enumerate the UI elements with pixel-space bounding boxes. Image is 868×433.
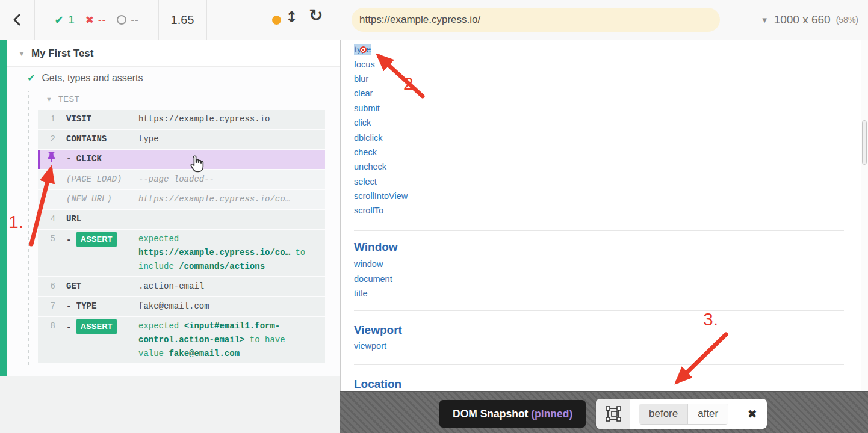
aut-link-scrollTo[interactable]: scrollTo (354, 206, 383, 215)
before-button[interactable]: before (639, 404, 688, 424)
list-item: select (354, 174, 408, 189)
snapshot-title: DOM Snapshot (453, 408, 528, 420)
browser-toolbar: ✔ 1 ✖ -- -- 1.65 ↕ ↻ https://example.cyp… (0, 0, 868, 40)
pending-count: -- (131, 14, 138, 26)
command-number: 8 (40, 319, 55, 333)
command-method: URL (66, 212, 128, 226)
pending-circle-icon (117, 15, 126, 25)
command-number: 2 (40, 132, 55, 146)
command-row[interactable]: 4URL (38, 210, 325, 229)
viewport-selector[interactable]: ▼ 1000 x 660 (58%) (761, 0, 858, 40)
snapshot-bar: DOM Snapshot (pinned) before after (340, 391, 868, 433)
selection-box-icon (606, 406, 621, 422)
action-links-list: typefocusblurclearsubmitclickdblclickche… (354, 42, 408, 218)
command-method: - ASSERT (66, 319, 128, 335)
list-item: document (354, 271, 392, 286)
command-number: 4 (40, 212, 55, 226)
command-row[interactable]: (PAGE LOAD)--page loaded-- (38, 170, 325, 189)
viewport-size: 1000 x 660 (774, 13, 831, 26)
test-title: Gets, types and asserts (42, 73, 143, 84)
command-method: CONTAINS (66, 132, 128, 146)
aut-link-uncheck[interactable]: uncheck (354, 162, 386, 171)
highlights-toggle-button[interactable] (596, 399, 630, 429)
snapshot-pinned-label: (pinned) (531, 408, 572, 420)
aut-link-check[interactable]: check (354, 147, 377, 157)
command-method: - CLICK (66, 152, 128, 166)
aut-link-title[interactable]: title (354, 289, 368, 298)
scrollbar-thumb[interactable] (862, 120, 867, 165)
command-message: .action-email (138, 280, 313, 293)
suite-header[interactable]: ▼ My First Test (0, 40, 340, 67)
back-button[interactable] (0, 0, 34, 40)
list-item: submit (354, 101, 408, 115)
command-row[interactable]: 7- TYPEfake@email.com (38, 297, 325, 316)
command-method: - ASSERT (66, 232, 128, 248)
url-bar[interactable]: https://example.cypress.io/ (352, 8, 720, 32)
aut-link-focus[interactable]: focus (354, 60, 375, 69)
location-heading: Location (354, 378, 401, 391)
command-message: fake@email.com (138, 299, 313, 313)
section-label: TEST (58, 94, 79, 103)
command-message: expected <input#email1.form-control.acti… (138, 319, 313, 361)
list-item: type (354, 42, 408, 57)
indent-guide (28, 91, 29, 365)
caret-down-icon: ▼ (18, 49, 25, 58)
viewport-heading: Viewport (354, 324, 402, 337)
list-item: viewport (354, 339, 386, 353)
command-row[interactable]: 8- ASSERTexpected <input#email1.form-con… (38, 317, 325, 363)
viewport-links-list: viewport (354, 339, 386, 353)
command-message: expected https://example.cypress.io/co… … (138, 232, 313, 274)
aut-link-window[interactable]: window (354, 259, 383, 269)
list-item: title (354, 286, 392, 301)
command-row[interactable]: 5- ASSERTexpected https://example.cypres… (38, 230, 325, 276)
command-row[interactable]: 6GET.action-email (38, 277, 325, 296)
command-log: 1VISIThttps://example.cypress.io2CONTAIN… (38, 110, 325, 364)
test-section-toggle[interactable]: ▼ TEST (0, 94, 79, 103)
aut-link-clear[interactable]: clear (354, 88, 373, 98)
command-row[interactable]: 1VISIThttps://example.cypress.io (38, 110, 325, 129)
aut-link-select[interactable]: select (354, 177, 377, 186)
after-button[interactable]: after (688, 404, 728, 424)
passed-count: 1 (68, 13, 75, 26)
viewport-scale: (58%) (836, 15, 858, 25)
snapshot-message: DOM Snapshot (pinned) (439, 400, 586, 428)
close-icon[interactable]: ✖ (737, 399, 767, 429)
aut-link-click[interactable]: click (354, 118, 371, 127)
aut-link-scrollIntoView[interactable]: scrollIntoView (354, 191, 408, 201)
command-message: type (138, 132, 313, 146)
highlighted-link-wrap: type (354, 44, 371, 55)
failed-x-icon: ✖ (85, 14, 94, 26)
chevron-down-icon: ▼ (761, 16, 769, 25)
aut-link-document[interactable]: document (354, 274, 392, 284)
aut-link-viewport[interactable]: viewport (354, 341, 386, 351)
command-row[interactable]: - CLICK (38, 150, 325, 169)
list-item: scrollIntoView (354, 189, 408, 203)
selector-playground-icon[interactable]: ↕ (285, 8, 298, 26)
failed-count: -- (98, 14, 106, 26)
list-item: window (354, 257, 392, 271)
url-text: https://example.cypress.io/ (359, 14, 480, 26)
snapshot-controls: before after ✖ (596, 399, 767, 429)
pinned-cell (40, 152, 55, 167)
list-item: focus (354, 57, 408, 71)
aut-link-blur[interactable]: blur (354, 74, 368, 84)
list-item: dblclick (354, 130, 408, 144)
command-row[interactable]: 2CONTAINStype (38, 130, 325, 149)
command-row[interactable]: (NEW URL)https://example.cypress.io/co… (38, 190, 325, 209)
command-message: --page loaded-- (138, 173, 313, 186)
test-passed-check-icon: ✔ (27, 72, 35, 84)
command-message: https://example.cypress.io/co… (138, 192, 313, 206)
pin-icon (48, 152, 55, 162)
scrollbar-track[interactable] (861, 40, 868, 391)
test-title-row[interactable]: ✔ Gets, types and asserts (0, 72, 143, 84)
passed-check-icon: ✔ (54, 13, 64, 26)
divider (354, 230, 844, 231)
aut-link-dblclick[interactable]: dblclick (354, 133, 383, 143)
suite-title: My First Test (31, 48, 94, 60)
caret-down-icon: ▼ (46, 96, 52, 103)
window-links-list: windowdocumenttitle (354, 257, 392, 301)
assert-badge: ASSERT (76, 232, 117, 247)
aut-link-submit[interactable]: submit (354, 103, 380, 113)
command-method: - TYPE (66, 299, 128, 313)
refresh-icon[interactable]: ↻ (309, 5, 323, 25)
